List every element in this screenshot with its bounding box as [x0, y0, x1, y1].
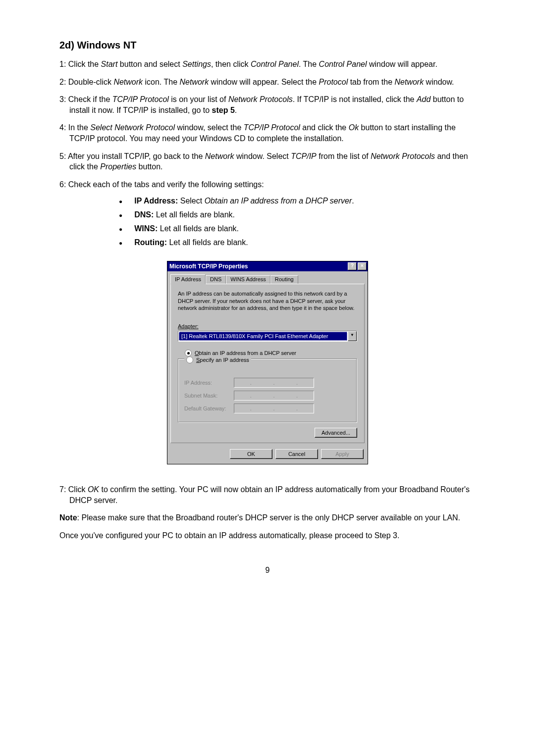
- step-1: 1: Click the Start button and select Set…: [59, 59, 476, 70]
- adapter-label: Adapter:: [178, 323, 357, 329]
- once-text: Once you've configured your PC to obtain…: [59, 530, 476, 541]
- bullet-icon: ●: [119, 212, 122, 219]
- adapter-dropdown[interactable]: [1] Realtek RTL8139/810X Family PCI Fast…: [178, 331, 357, 342]
- adapter-selected-value: [1] Realtek RTL8139/810X Family PCI Fast…: [179, 332, 347, 341]
- help-button[interactable]: ?: [348, 262, 357, 270]
- dialog-title: Microsoft TCP/IP Properties: [169, 263, 248, 270]
- step-6: 6: Check each of the tabs and verify the…: [59, 179, 476, 190]
- note-text: Note: Please make sure that the Broadban…: [59, 512, 476, 523]
- tab-routing[interactable]: Routing: [270, 275, 298, 284]
- bullet-icon: ●: [119, 240, 122, 247]
- bullet-ip-address: ● IP Address: Select Obtain an IP addres…: [119, 197, 476, 205]
- radio-icon: [186, 356, 193, 363]
- radio-icon: [185, 350, 192, 356]
- tab-wins-address[interactable]: WINS Address: [226, 275, 270, 284]
- tab-dns[interactable]: DNS: [206, 275, 226, 284]
- bullet-routing: ● Routing: Let all fields are blank.: [119, 238, 476, 247]
- heading-windows-nt: 2d) Windows NT: [59, 40, 476, 51]
- ip-address-field: ...: [234, 378, 314, 388]
- titlebar: Microsoft TCP/IP Properties ? ×: [167, 261, 368, 271]
- page-number: 9: [59, 566, 476, 575]
- chevron-down-icon[interactable]: ▼: [348, 331, 357, 341]
- ip-address-label: IP Address:: [184, 380, 234, 386]
- default-gateway-label: Default Gateway:: [184, 405, 234, 411]
- subnet-mask-field: ...: [234, 391, 314, 401]
- bullet-icon: ●: [119, 226, 122, 233]
- tcpip-properties-dialog: Microsoft TCP/IP Properties ? × IP Addre…: [167, 261, 368, 464]
- step-3: 3: Check if the TCP/IP Protocol is on yo…: [59, 94, 476, 115]
- radio-obtain-dhcp[interactable]: Obtain an IP address from a DHCP server: [185, 350, 357, 356]
- step-2: 2: Double-click Network icon. The Networ…: [59, 77, 476, 88]
- step-5: 5: After you install TCP/IP, go back to …: [59, 151, 476, 172]
- cancel-button[interactable]: Cancel: [275, 449, 318, 459]
- subnet-mask-label: Subnet Mask:: [184, 393, 234, 399]
- step-7: 7: Click OK to confirm the setting. Your…: [59, 484, 476, 505]
- apply-button: Apply: [321, 449, 364, 459]
- tab-ip-address[interactable]: IP Address: [170, 274, 206, 284]
- advanced-button[interactable]: Advanced...: [315, 428, 357, 438]
- close-button[interactable]: ×: [358, 262, 367, 270]
- bullet-wins: ● WINS: Let all fields are blank.: [119, 224, 476, 233]
- radio-specify-ip[interactable]: Specify an IP address: [184, 356, 251, 363]
- description-text: An IP address can be automatically assig…: [178, 290, 357, 311]
- step-4: 4: In the Select Network Protocol window…: [59, 122, 476, 144]
- bullet-icon: ●: [119, 198, 122, 205]
- ok-button[interactable]: OK: [230, 449, 272, 459]
- bullet-dns: ● DNS: Let all fields are blank.: [119, 210, 476, 219]
- default-gateway-field: ...: [234, 403, 314, 413]
